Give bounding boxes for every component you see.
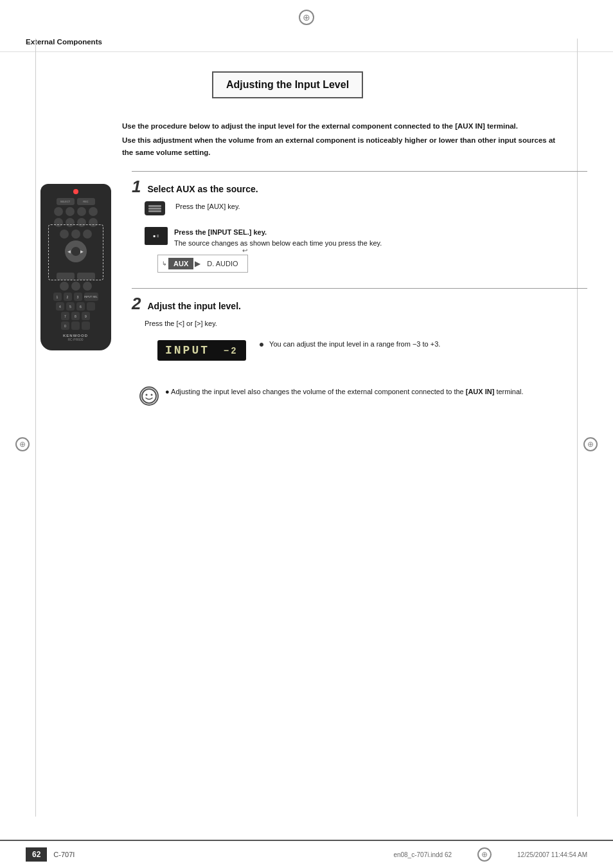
- steps-area: 1 Select AUX as the source.: [125, 171, 587, 411]
- reg-mark-left: ⊕: [15, 437, 30, 451]
- step-1-number: 1: [132, 178, 141, 195]
- sub-step-1a-text: Press the [AUX] key.: [175, 201, 240, 212]
- remote-row-2: [44, 207, 107, 216]
- title-box: Adjusting the Input Level: [212, 71, 363, 98]
- remote-row-6: [44, 282, 107, 291]
- remote-btn-a3: [77, 207, 86, 216]
- page-title: Adjusting the Input Level: [226, 79, 349, 90]
- aux-flow-diagram: ↩ ↳ AUX ▶ D. AUDIO: [157, 255, 587, 273]
- input-display: INPUT −2: [157, 340, 246, 361]
- note-bold-text: [AUX IN]: [466, 388, 495, 395]
- top-registration-mark: ⊕: [0, 0, 613, 28]
- remote-num-8: 8: [71, 312, 80, 320]
- footer-filename: en08_c-707i.indd 62: [393, 851, 452, 858]
- remote-btn-e1: [60, 282, 69, 291]
- intro-text-block: Use the procedure below to adjust the in…: [122, 120, 559, 158]
- step-2-block: 2 Adjust the input level. Press the [<] …: [132, 288, 587, 366]
- step-2-title: Adjust the input level.: [147, 301, 240, 311]
- input-level-value: −2: [224, 346, 238, 356]
- footer-date: 12/25/2007 11:44:54 AM: [517, 851, 587, 858]
- footer-right: en08_c-707i.indd 62 ⊕ 12/25/2007 11:44:5…: [393, 847, 587, 862]
- page-number: 62: [26, 847, 47, 862]
- step-1-title: Select AUX as the source.: [147, 184, 258, 194]
- sub-step-1b-desc: The source changes as shown below each t…: [174, 239, 382, 247]
- remote-num-1: 1: [53, 293, 62, 301]
- note-block: ● Adjusting the input level also changes…: [132, 381, 587, 411]
- main-content: Adjusting the Input Level Use the proced…: [0, 52, 613, 424]
- step-2-display-area: INPUT −2 ● You can adjust the input leve…: [145, 335, 587, 366]
- remote-num-0: 0: [61, 321, 69, 330]
- flow-right-arrow: ▶: [195, 259, 200, 268]
- note-end-text: terminal.: [494, 388, 523, 395]
- margin-line-left: [35, 39, 36, 817]
- remote-dashed-highlight: [48, 224, 103, 280]
- remote-num-input-sel: INPUT SEL: [84, 293, 98, 301]
- sub-step-1b-label: Press the [INPUT SEL.] key.: [174, 228, 267, 236]
- remote-num-g2: [82, 321, 90, 330]
- step-1-content: Press the [AUX] key. ■ ≡ Press the [INPU…: [132, 201, 587, 273]
- sub-step-1b-text: Press the [INPUT SEL.] key. The source c…: [174, 227, 382, 248]
- remote-num-7: 7: [61, 312, 69, 320]
- remote-btn-select: SELECT: [57, 198, 75, 205]
- section-header: External Components: [0, 28, 613, 52]
- step-2-content: Press the [<] or [>] key. INPUT −2 ●: [132, 318, 587, 366]
- daudio-label: D. AUDIO: [202, 258, 243, 269]
- intro-line1: Use the procedure below to adjust the in…: [122, 120, 559, 132]
- note-face-svg: [141, 388, 157, 404]
- step-2-number: 2: [132, 295, 141, 312]
- footer-left: 62 C-707I: [26, 847, 75, 862]
- remote-num-4: 4: [56, 302, 64, 311]
- step-2-bullet-text: You can adjust the input level in a rang…: [269, 339, 440, 350]
- intro-line2: Use this adjustment when the volume from…: [122, 134, 559, 158]
- remote-numpad-row3: 7 8 9: [44, 312, 107, 320]
- svg-point-1: [146, 393, 148, 395]
- reg-symbol-top: ⊕: [299, 10, 314, 25]
- remote-num-9: 9: [82, 312, 90, 320]
- remote-num-3: 3: [74, 293, 82, 301]
- remote-num-5: 5: [66, 302, 75, 311]
- aux-key-illustration: [145, 201, 169, 221]
- sub-step-1a: Press the [AUX] key.: [145, 201, 587, 221]
- section-header-text: External Components: [26, 38, 102, 46]
- footer-reg-mark: ⊕: [477, 847, 492, 862]
- remote-btn-a2: [66, 207, 75, 216]
- aux-label: AUX: [168, 258, 193, 269]
- reg-mark-right: ⊕: [583, 437, 598, 451]
- sub-step-1b: ■ ≡ Press the [INPUT SEL.] key. The sour…: [145, 227, 587, 248]
- content-area: SELECT REC: [26, 171, 587, 411]
- note-icon: [139, 386, 159, 406]
- step-2-desc: Press the [<] or [>] key.: [145, 318, 587, 330]
- step-1-block: 1 Select AUX as the source.: [132, 171, 587, 273]
- remote-numpad-row2: 4 5 6: [44, 302, 107, 311]
- remote-numpad-row1: 1 2 3 INPUT SEL: [44, 293, 107, 301]
- remote-led: [73, 189, 78, 194]
- footer-model: C-707I: [53, 851, 75, 858]
- step-2-bullet: ● You can adjust the input level in a ra…: [259, 339, 441, 351]
- remote-model: RC-PR600: [44, 338, 107, 341]
- remote-num-2: 2: [64, 293, 72, 301]
- svg-point-0: [142, 389, 156, 403]
- remote-num-f1: [87, 302, 95, 311]
- input-display-text: INPUT: [165, 344, 209, 357]
- remote-btn-e3: [83, 282, 92, 291]
- step-1-header: 1 Select AUX as the source.: [132, 178, 587, 195]
- remote-num-6: 6: [76, 302, 85, 311]
- bullet-dot: ●: [259, 338, 264, 351]
- return-arrow-icon: ↩: [242, 247, 247, 254]
- flow-enter-arrow: ↳: [162, 260, 167, 267]
- step-2-header: 2 Adjust the input level.: [132, 295, 587, 312]
- remote-btn-rec: REC: [77, 198, 95, 205]
- margin-line-right: [577, 39, 578, 817]
- remote-control: SELECT REC: [26, 184, 125, 411]
- remote-btn-a4: [89, 207, 98, 216]
- remote-btn-a1: [54, 207, 63, 216]
- note-main-text: Adjusting the input level also changes t…: [171, 388, 466, 395]
- remote-num-g1: [71, 321, 80, 330]
- remote-btn-e2: [71, 282, 80, 291]
- remote-body: SELECT REC: [40, 184, 111, 350]
- remote-row-1: SELECT REC: [44, 198, 107, 205]
- page-wrapper: ⊕ External Components Adjusting the Inpu…: [0, 0, 613, 868]
- input-sel-illustration: ■ ≡: [145, 227, 168, 245]
- svg-point-2: [151, 393, 153, 395]
- note-text: ● Adjusting the input level also changes…: [165, 386, 524, 397]
